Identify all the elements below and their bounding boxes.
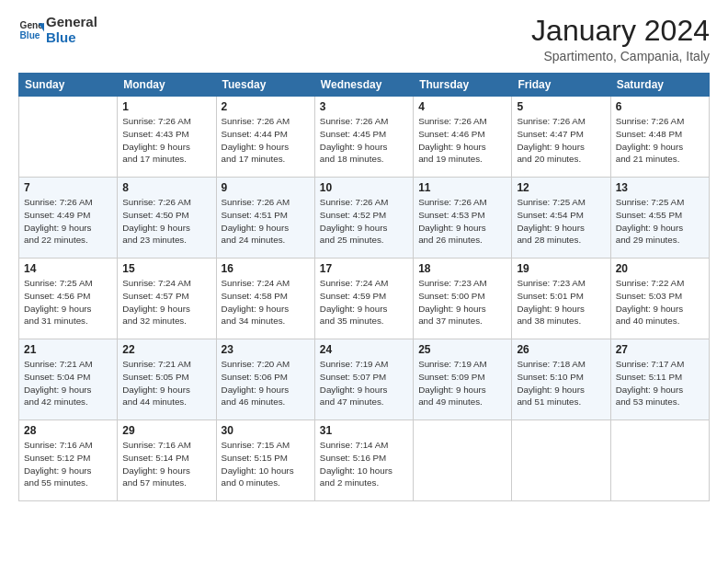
day-number: 14 — [24, 262, 112, 275]
calendar-day-cell: 2Sunrise: 7:26 AMSunset: 4:44 PMDaylight… — [216, 97, 314, 178]
weekday-header: Friday — [512, 74, 610, 97]
day-number: 5 — [517, 100, 605, 113]
calendar-day-cell: 12Sunrise: 7:25 AMSunset: 4:54 PMDayligh… — [512, 178, 610, 259]
day-number: 26 — [517, 343, 605, 356]
day-info: Sunrise: 7:16 AMSunset: 5:14 PMDaylight:… — [122, 439, 210, 489]
day-number: 6 — [616, 100, 704, 113]
day-info: Sunrise: 7:26 AMSunset: 4:45 PMDaylight:… — [320, 115, 408, 166]
day-number: 27 — [616, 343, 704, 356]
day-info: Sunrise: 7:23 AMSunset: 5:01 PMDaylight:… — [517, 277, 605, 327]
weekday-header-row: SundayMondayTuesdayWednesdayThursdayFrid… — [19, 74, 710, 97]
day-info: Sunrise: 7:26 AMSunset: 4:49 PMDaylight:… — [24, 196, 112, 247]
calendar-day-cell: 26Sunrise: 7:18 AMSunset: 5:10 PMDayligh… — [512, 339, 610, 420]
calendar-day-cell: 5Sunrise: 7:26 AMSunset: 4:47 PMDaylight… — [512, 97, 610, 178]
calendar-day-cell: 20Sunrise: 7:22 AMSunset: 5:03 PMDayligh… — [610, 259, 709, 339]
calendar-day-cell: 14Sunrise: 7:25 AMSunset: 4:56 PMDayligh… — [19, 259, 118, 339]
calendar-day-cell: 7Sunrise: 7:26 AMSunset: 4:49 PMDaylight… — [19, 178, 118, 259]
day-info: Sunrise: 7:21 AMSunset: 5:04 PMDaylight:… — [24, 358, 112, 408]
day-info: Sunrise: 7:21 AMSunset: 5:05 PMDaylight:… — [122, 358, 210, 408]
day-number: 19 — [517, 262, 605, 275]
weekday-header: Thursday — [414, 74, 512, 97]
day-info: Sunrise: 7:19 AMSunset: 5:07 PMDaylight:… — [320, 358, 408, 408]
day-info: Sunrise: 7:17 AMSunset: 5:11 PMDaylight:… — [616, 358, 704, 408]
calendar-day-cell: 15Sunrise: 7:24 AMSunset: 4:57 PMDayligh… — [118, 259, 216, 339]
day-number: 21 — [24, 343, 112, 356]
day-info: Sunrise: 7:26 AMSunset: 4:47 PMDaylight:… — [517, 115, 605, 166]
logo-icon: General Blue — [18, 17, 44, 43]
day-number: 20 — [616, 262, 704, 275]
calendar-day-cell — [512, 420, 610, 501]
calendar-day-cell: 23Sunrise: 7:20 AMSunset: 5:06 PMDayligh… — [216, 339, 314, 420]
subtitle: Spartimento, Campania, Italy — [531, 49, 710, 63]
calendar-day-cell: 24Sunrise: 7:19 AMSunset: 5:07 PMDayligh… — [314, 339, 413, 420]
calendar-table: SundayMondayTuesdayWednesdayThursdayFrid… — [18, 73, 710, 501]
calendar-day-cell: 21Sunrise: 7:21 AMSunset: 5:04 PMDayligh… — [19, 339, 118, 420]
calendar-day-cell: 3Sunrise: 7:26 AMSunset: 4:45 PMDaylight… — [314, 97, 413, 178]
calendar-day-cell: 19Sunrise: 7:23 AMSunset: 5:01 PMDayligh… — [512, 259, 610, 339]
month-title: January 2024 — [531, 15, 710, 47]
day-info: Sunrise: 7:26 AMSunset: 4:43 PMDaylight:… — [122, 115, 210, 166]
day-number: 8 — [122, 181, 210, 194]
weekday-header: Monday — [118, 74, 216, 97]
day-info: Sunrise: 7:18 AMSunset: 5:10 PMDaylight:… — [517, 358, 605, 408]
day-info: Sunrise: 7:26 AMSunset: 4:52 PMDaylight:… — [320, 196, 408, 247]
day-info: Sunrise: 7:24 AMSunset: 4:57 PMDaylight:… — [122, 277, 210, 327]
day-number: 23 — [222, 343, 310, 356]
calendar-day-cell: 10Sunrise: 7:26 AMSunset: 4:52 PMDayligh… — [314, 178, 413, 259]
day-info: Sunrise: 7:24 AMSunset: 4:58 PMDaylight:… — [222, 277, 310, 327]
calendar-day-cell: 1Sunrise: 7:26 AMSunset: 4:43 PMDaylight… — [118, 97, 216, 178]
calendar-week-row: 1Sunrise: 7:26 AMSunset: 4:43 PMDaylight… — [19, 97, 710, 178]
page: General Blue General Blue January 2024 S… — [0, 0, 728, 563]
weekday-header: Wednesday — [314, 74, 413, 97]
day-number: 12 — [517, 181, 605, 194]
day-number: 17 — [320, 262, 408, 275]
day-info: Sunrise: 7:15 AMSunset: 5:15 PMDaylight:… — [222, 439, 310, 489]
logo-line2: Blue — [46, 30, 97, 46]
day-info: Sunrise: 7:25 AMSunset: 4:56 PMDaylight:… — [24, 277, 112, 327]
logo-line1: General — [46, 15, 97, 30]
calendar-week-row: 28Sunrise: 7:16 AMSunset: 5:12 PMDayligh… — [19, 420, 710, 501]
calendar-day-cell: 31Sunrise: 7:14 AMSunset: 5:16 PMDayligh… — [314, 420, 413, 501]
day-number: 18 — [418, 262, 506, 275]
calendar-day-cell: 25Sunrise: 7:19 AMSunset: 5:09 PMDayligh… — [414, 339, 512, 420]
day-info: Sunrise: 7:23 AMSunset: 5:00 PMDaylight:… — [418, 277, 506, 327]
calendar-day-cell — [19, 97, 118, 178]
calendar-day-cell: 9Sunrise: 7:26 AMSunset: 4:51 PMDaylight… — [216, 178, 314, 259]
day-number: 29 — [122, 424, 210, 437]
calendar-day-cell — [610, 420, 709, 501]
calendar-day-cell: 13Sunrise: 7:25 AMSunset: 4:55 PMDayligh… — [610, 178, 709, 259]
day-number: 2 — [222, 100, 310, 113]
day-info: Sunrise: 7:26 AMSunset: 4:53 PMDaylight:… — [418, 196, 506, 247]
calendar-week-row: 21Sunrise: 7:21 AMSunset: 5:04 PMDayligh… — [19, 339, 710, 420]
day-info: Sunrise: 7:20 AMSunset: 5:06 PMDaylight:… — [222, 358, 310, 408]
day-info: Sunrise: 7:26 AMSunset: 4:51 PMDaylight:… — [222, 196, 310, 247]
svg-text:Blue: Blue — [20, 30, 40, 40]
calendar-day-cell: 16Sunrise: 7:24 AMSunset: 4:58 PMDayligh… — [216, 259, 314, 339]
logo: General Blue General Blue — [18, 15, 97, 45]
calendar-day-cell: 11Sunrise: 7:26 AMSunset: 4:53 PMDayligh… — [414, 178, 512, 259]
day-info: Sunrise: 7:22 AMSunset: 5:03 PMDaylight:… — [616, 277, 704, 327]
day-number: 7 — [24, 181, 112, 194]
day-number: 28 — [24, 424, 112, 437]
day-number: 13 — [616, 181, 704, 194]
day-number: 24 — [320, 343, 408, 356]
calendar-day-cell: 8Sunrise: 7:26 AMSunset: 4:50 PMDaylight… — [118, 178, 216, 259]
calendar-day-cell: 28Sunrise: 7:16 AMSunset: 5:12 PMDayligh… — [19, 420, 118, 501]
day-number: 1 — [122, 100, 210, 113]
day-number: 16 — [222, 262, 310, 275]
day-info: Sunrise: 7:16 AMSunset: 5:12 PMDaylight:… — [24, 439, 112, 489]
day-number: 9 — [222, 181, 310, 194]
title-block: January 2024 Spartimento, Campania, Ital… — [531, 15, 710, 63]
day-info: Sunrise: 7:14 AMSunset: 5:16 PMDaylight:… — [320, 439, 408, 489]
day-number: 11 — [418, 181, 506, 194]
calendar-week-row: 7Sunrise: 7:26 AMSunset: 4:49 PMDaylight… — [19, 178, 710, 259]
day-info: Sunrise: 7:26 AMSunset: 4:50 PMDaylight:… — [122, 196, 210, 247]
day-number: 4 — [418, 100, 506, 113]
calendar-day-cell: 6Sunrise: 7:26 AMSunset: 4:48 PMDaylight… — [610, 97, 709, 178]
day-number: 10 — [320, 181, 408, 194]
weekday-header: Saturday — [610, 74, 709, 97]
day-number: 31 — [320, 424, 408, 437]
day-info: Sunrise: 7:25 AMSunset: 4:54 PMDaylight:… — [517, 196, 605, 247]
day-number: 22 — [122, 343, 210, 356]
day-info: Sunrise: 7:26 AMSunset: 4:44 PMDaylight:… — [222, 115, 310, 166]
